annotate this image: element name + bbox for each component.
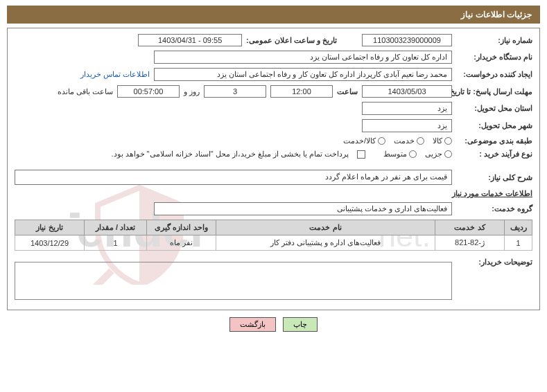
city-label: شهر محل تحویل: [456,121,532,130]
remain-label: ساعت باقی مانده [58,87,113,96]
services-table: ردیف کد خدمت نام خدمت واحد اندازه گیری ت… [15,220,532,251]
cell-row: 1 [505,235,532,251]
th-qty: تعداد / مقدار [85,220,147,235]
radio-jozi-label: جزیی [425,150,442,159]
radio-both[interactable] [378,137,385,145]
group-value: فعالیت‌های اداری و خدمات پشتیبانی [154,202,452,215]
time-remaining: 00:57:00 [117,85,180,98]
class-radio-group: کالا خدمت کالا/خدمت [343,136,452,145]
th-row: ردیف [505,220,532,235]
back-button[interactable]: بازگشت [229,317,276,332]
buyer-org-value: اداره کل تعاون کار و رفاه اجتماعی استان … [154,51,452,64]
process-label: نوع فرآیند خرید : [456,150,532,159]
radio-motavaset[interactable] [409,150,417,158]
radio-kala[interactable] [444,137,452,145]
province-label: استان محل تحویل: [456,104,532,113]
cell-code: ژ-82-821 [435,235,505,251]
city-value: یزد [362,119,452,132]
deadline-date: 1403/05/03 [362,85,452,98]
group-label: گروه خدمت: [456,204,532,213]
buyer-org-label: نام دستگاه خریدار: [456,53,532,62]
need-no-label: شماره نیاز: [456,36,532,45]
general-desc-text: قیمت برای هر نفر در هرماه اعلام گردد [325,172,447,181]
th-date: تاریخ نیاز [15,220,85,235]
buyer-notes-box [15,262,452,300]
days-label: روز و [184,87,200,96]
table-header-row: ردیف کد خدمت نام خدمت واحد اندازه گیری ت… [15,220,532,235]
treasury-note: پرداخت تمام یا بخشی از مبلغ خرید،از محل … [111,150,349,159]
table-row: 1 ژ-82-821 فعالیت‌های اداره و پشتیبانی د… [15,235,532,251]
requester-value: محمد رضا نعیم آبادی کارپرداز اداره کل تع… [154,68,452,81]
footer-buttons: چاپ بازگشت [0,317,547,332]
general-desc-box: قیمت برای هر نفر در هرماه اعلام گردد [15,170,452,185]
main-panel: AriaTender .net شماره نیاز: 110300323900… [7,28,540,310]
buyer-contact-link[interactable]: اطلاعات تماس خریدار [80,70,150,79]
announce-value: 1403/04/31 - 09:55 [138,34,242,46]
province-value: یزد [362,102,452,115]
print-button[interactable]: چاپ [283,317,318,332]
requester-label: ایجاد کننده درخواست: [456,70,532,79]
cell-unit: نفر ماه [147,235,216,251]
deadline-time: 12:00 [270,85,333,98]
radio-jozi[interactable] [444,150,452,158]
services-heading: اطلاعات خدمات مورد نیاز [452,189,532,198]
radio-khedmat[interactable] [417,137,424,145]
page-title: جزئیات اطلاعات نیاز [461,10,532,19]
page-header: جزئیات اطلاعات نیاز [7,6,540,24]
radio-khedmat-label: خدمت [394,136,415,145]
buyer-notes-label: توضیحات خریدار: [456,258,532,267]
process-radio-group: جزیی متوسط [383,150,452,159]
class-label: طبقه بندی موضوعی: [456,136,532,145]
days-remaining: 3 [204,85,266,98]
th-name: نام خدمت [216,220,435,235]
radio-kala-label: کالا [433,136,442,145]
radio-motavaset-label: متوسط [383,150,407,159]
need-no-value: 1103003239000009 [362,34,452,46]
cell-date: 1403/12/29 [15,235,85,251]
treasury-checkbox[interactable] [357,150,365,159]
cell-name: فعالیت‌های اداره و پشتیبانی دفتر کار [216,235,435,251]
general-desc-label: شرح کلی نیاز: [456,173,532,182]
th-unit: واحد اندازه گیری [147,220,216,235]
cell-qty: 1 [85,235,147,251]
deadline-label: مهلت ارسال پاسخ: تا تاریخ: [456,87,532,96]
announce-label: تاریخ و ساعت اعلان عمومی: [246,36,337,45]
time-label: ساعت [337,87,358,96]
th-code: کد خدمت [435,220,505,235]
radio-both-label: کالا/خدمت [343,136,376,145]
